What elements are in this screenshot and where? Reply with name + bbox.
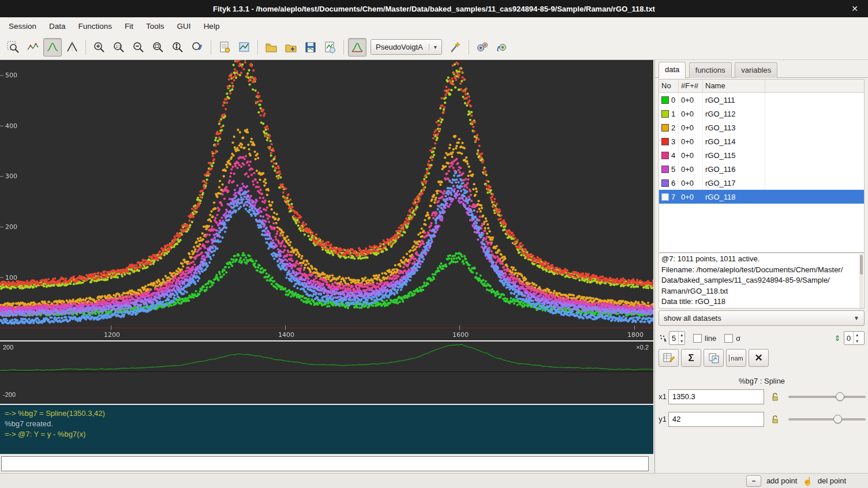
dataset-row[interactable]: 5 0+0 rGO_116: [659, 162, 864, 176]
x1-slider-handle[interactable]: [836, 392, 844, 401]
dataset-action-buttons: Σ nam ✕: [659, 349, 769, 367]
function-mode-button[interactable]: [348, 38, 366, 57]
auto-add-peak-button[interactable]: [446, 38, 465, 57]
dataset-name: rGO_112: [703, 107, 765, 121]
close-icon[interactable]: ✕: [847, 0, 862, 17]
aux-plot-canvas[interactable]: [0, 341, 653, 404]
dataset-row-selected[interactable]: 7 0+0 rGO_118: [659, 190, 864, 204]
dataset-color-swatch[interactable]: [661, 110, 669, 118]
save-session-button[interactable]: [301, 38, 320, 57]
data-editor-button[interactable]: [659, 349, 679, 367]
x1-slider[interactable]: [788, 392, 866, 402]
aux-plot[interactable]: 200 -200 ×0.2: [0, 341, 653, 404]
side-panel: data functions variables No #F+# Name 0 …: [654, 60, 868, 473]
zoom-all-button[interactable]: [149, 38, 167, 57]
command-input[interactable]: [1, 456, 649, 471]
line-checkbox-label: line: [705, 334, 716, 343]
dataset-color-swatch[interactable]: [661, 138, 669, 145]
x1-lock-icon[interactable]: [769, 390, 781, 404]
info-scrollbar[interactable]: [859, 254, 863, 309]
show-datasets-dropdown[interactable]: show all datasets ▼: [659, 310, 865, 326]
point-size-value: 5: [669, 332, 678, 344]
rename-dataset-button[interactable]: nam: [726, 349, 746, 367]
fit-undo-button[interactable]: [493, 38, 511, 57]
dataset-func-count: 0+0: [679, 121, 703, 134]
dataset-info-box: @7: 1011 points, 1011 active. Filename: …: [659, 253, 865, 309]
toolbar-separator: [85, 40, 86, 55]
open-data-advanced-button[interactable]: [282, 38, 300, 57]
fit-run-button[interactable]: [473, 38, 492, 57]
vertical-shift-value: 0: [844, 332, 853, 344]
dataset-color-swatch[interactable]: [661, 166, 669, 173]
aux-scale-label: ×0.2: [636, 344, 649, 351]
window-title: Fityk 1.3.1 - /home/aleplo/test/Document…: [213, 5, 655, 13]
line-checkbox[interactable]: [693, 334, 702, 343]
dataset-func-count: 0+0: [679, 148, 703, 162]
dataset-color-swatch[interactable]: [661, 96, 669, 104]
aux-ymax-label: 200: [3, 344, 13, 351]
x1-label: x1: [655, 392, 667, 401]
data-range-mode-button[interactable]: [24, 38, 42, 57]
sum-datasets-button[interactable]: Σ: [681, 349, 701, 367]
dataset-name: rGO_115: [703, 148, 765, 162]
sigma-checkbox[interactable]: [724, 334, 733, 343]
menu-item-data[interactable]: Data: [43, 19, 72, 33]
add-peak-mode-button[interactable]: [63, 38, 81, 57]
y1-slider[interactable]: [788, 414, 866, 425]
dataset-row[interactable]: 2 0+0 rGO_113: [659, 121, 864, 134]
peak-type-value: PseudoVoigtA: [376, 43, 423, 51]
y1-label: y1: [655, 415, 667, 423]
zoom-vertical-button[interactable]: [169, 38, 187, 57]
peak-type-select[interactable]: PseudoVoigtA ▾: [371, 39, 442, 55]
main-plot[interactable]: [0, 60, 653, 340]
menu-item-help[interactable]: Help: [197, 19, 226, 33]
tab-functions[interactable]: functions: [689, 62, 732, 78]
menu-item-gui[interactable]: GUI: [171, 19, 197, 33]
point-size-stepper[interactable]: 5 ▲▼: [669, 331, 685, 345]
copy-transform-button[interactable]: [704, 349, 724, 367]
column-header-no[interactable]: No: [659, 80, 679, 92]
info-line: Data title: rGO_118: [661, 296, 862, 307]
open-data-button[interactable]: [262, 38, 280, 57]
zoom-previous-button[interactable]: [188, 38, 207, 57]
zoom-100-button[interactable]: 1:1: [110, 38, 128, 57]
tab-variables[interactable]: variables: [735, 62, 777, 78]
column-header-name[interactable]: Name: [703, 80, 765, 92]
dataset-row[interactable]: 0 0+0 rGO_111: [659, 93, 864, 107]
dataset-row[interactable]: 4 0+0 rGO_115: [659, 148, 864, 162]
vertical-shift-stepper[interactable]: 0 ▲▼: [844, 331, 865, 345]
y1-lock-icon[interactable]: [769, 412, 781, 426]
menu-item-fit[interactable]: Fit: [118, 19, 140, 33]
add-point-mode-button[interactable]: [43, 38, 62, 57]
zoom-in-button[interactable]: [90, 38, 108, 57]
y1-slider-handle[interactable]: [833, 415, 842, 423]
dataset-color-swatch[interactable]: [661, 152, 669, 159]
zoom-out-button[interactable]: [129, 38, 148, 57]
export-image-button[interactable]: [321, 38, 339, 57]
dataset-row[interactable]: 6 0+0 rGO_117: [659, 176, 864, 190]
console-line: %bg7 created.: [5, 419, 649, 429]
vertical-shift-icon: ⇕: [833, 333, 842, 343]
column-header-functions[interactable]: #F+#: [679, 80, 703, 92]
dataset-row[interactable]: 1 0+0 rGO_112: [659, 107, 864, 121]
dataset-color-swatch[interactable]: [661, 193, 669, 201]
tab-data[interactable]: data: [659, 62, 686, 78]
dataset-name: rGO_114: [703, 134, 765, 148]
menu-item-session[interactable]: Session: [2, 19, 43, 33]
mouse-hints-button[interactable]: ▪▪: [746, 475, 761, 487]
x1-input[interactable]: [668, 389, 764, 404]
dataset-color-swatch[interactable]: [661, 124, 669, 132]
session-log-button[interactable]: [215, 38, 234, 57]
dataset-name: rGO_117: [703, 176, 765, 190]
y1-input[interactable]: [668, 412, 764, 427]
dataset-func-count: 0+0: [679, 162, 703, 176]
menu-item-functions[interactable]: Functions: [72, 19, 119, 33]
session-info-button[interactable]: [235, 38, 253, 57]
zoom-mode-button[interactable]: [4, 38, 23, 57]
menu-item-tools[interactable]: Tools: [140, 19, 171, 33]
delete-dataset-button[interactable]: ✕: [749, 349, 769, 367]
y1-param-row: y1: [655, 411, 868, 427]
main-plot-canvas[interactable]: [0, 60, 653, 340]
dataset-row[interactable]: 3 0+0 rGO_114: [659, 134, 864, 148]
dataset-color-swatch[interactable]: [661, 179, 669, 187]
